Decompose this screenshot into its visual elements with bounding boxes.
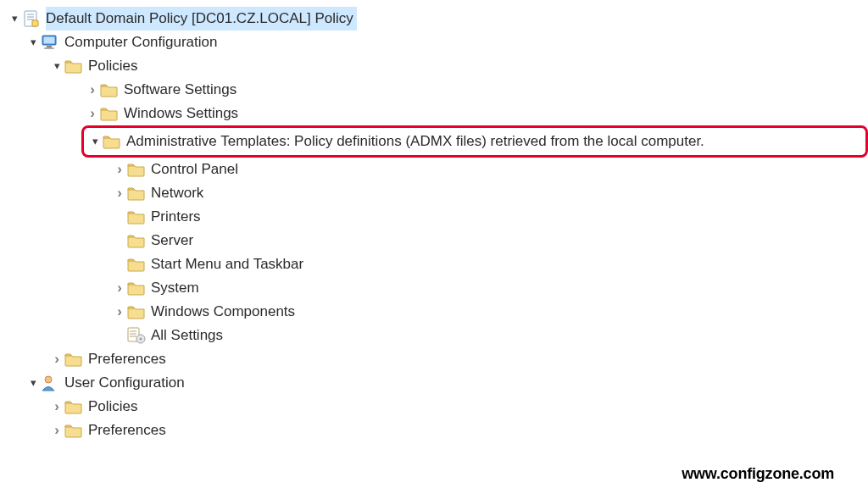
folder-icon <box>127 208 146 226</box>
expand-toggle[interactable] <box>49 347 64 372</box>
tree-label: Preferences <box>88 419 170 442</box>
folder-icon <box>127 184 146 202</box>
expand-toggle[interactable] <box>112 229 127 252</box>
expand-toggle[interactable] <box>49 395 64 419</box>
tree-item-system[interactable]: System <box>7 276 868 300</box>
tree-item-printers[interactable]: Printers <box>7 205 868 229</box>
expand-toggle[interactable] <box>112 181 127 206</box>
expand-toggle[interactable] <box>49 419 64 443</box>
folder-icon <box>64 350 83 369</box>
tree-item-preferences-user[interactable]: Preferences <box>7 419 868 442</box>
tree-label: Server <box>151 229 197 252</box>
svg-point-14 <box>140 338 142 341</box>
tree-label: Computer Configuration <box>64 30 220 54</box>
tree-label: All Settings <box>151 324 226 347</box>
watermark: www.configzone.com <box>682 465 834 483</box>
svg-rect-6 <box>44 37 55 44</box>
user-icon <box>41 374 59 392</box>
tree-item-policies-user[interactable]: Policies <box>7 395 868 419</box>
tree-label: Control Panel <box>151 158 242 181</box>
tree-label: Administrative Templates: Policy definit… <box>126 130 708 153</box>
expand-toggle[interactable] <box>112 205 127 229</box>
tree-item-preferences[interactable]: Preferences <box>7 347 868 371</box>
tree-label: Policies <box>88 395 142 419</box>
svg-rect-8 <box>44 47 54 49</box>
tree-label: Windows Components <box>151 300 298 324</box>
expand-toggle[interactable] <box>25 371 41 395</box>
tree-label: Preferences <box>88 347 170 371</box>
expand-toggle[interactable] <box>112 324 127 347</box>
tree-item-control-panel[interactable]: Control Panel <box>7 158 868 181</box>
expand-toggle[interactable] <box>85 78 100 103</box>
computer-icon <box>41 33 59 52</box>
expand-toggle[interactable] <box>87 130 103 153</box>
tree-label: Windows Settings <box>124 102 242 125</box>
folder-icon <box>64 57 83 75</box>
tree-label: Start Menu and Taskbar <box>151 252 307 276</box>
folder-icon <box>127 279 146 297</box>
folder-icon <box>127 231 146 250</box>
svg-point-15 <box>45 376 52 383</box>
tree-item-policies[interactable]: Policies <box>7 54 868 78</box>
tree-label: Software Settings <box>124 78 240 102</box>
svg-rect-4 <box>32 20 38 26</box>
folder-icon <box>103 132 121 151</box>
tree-item-computer-configuration[interactable]: Computer Configuration <box>7 30 868 54</box>
tree-label: System <box>151 276 203 300</box>
tree-item-windows-components[interactable]: Windows Components <box>7 300 868 324</box>
tree-item-server[interactable]: Server <box>7 229 868 252</box>
tree-label: Policies <box>88 54 142 78</box>
policy-document-icon <box>22 9 41 28</box>
tree-item-user-configuration[interactable]: User Configuration <box>7 371 868 395</box>
tree-label: Network <box>151 181 207 205</box>
expand-toggle[interactable] <box>112 300 127 324</box>
expand-toggle[interactable] <box>112 158 127 182</box>
folder-icon <box>100 104 119 123</box>
folder-icon <box>127 160 146 179</box>
folder-icon <box>64 397 83 416</box>
folder-icon <box>127 302 146 321</box>
expand-toggle[interactable] <box>112 252 127 276</box>
folder-icon <box>64 421 83 440</box>
tree-item-network[interactable]: Network <box>7 181 868 205</box>
tree-label: Printers <box>151 205 204 229</box>
folder-icon <box>100 80 119 99</box>
expand-toggle[interactable] <box>49 54 64 78</box>
expand-toggle[interactable] <box>112 276 127 301</box>
tree-item-all-settings[interactable]: All Settings <box>7 324 868 347</box>
expand-toggle[interactable] <box>7 7 22 30</box>
settings-list-icon <box>127 326 146 345</box>
tree-label: Default Domain Policy [DC01.CZ.LOCAL] Po… <box>46 7 357 30</box>
folder-icon <box>127 255 146 274</box>
tree-item-start-menu[interactable]: Start Menu and Taskbar <box>7 252 868 276</box>
expand-toggle[interactable] <box>85 102 100 126</box>
expand-toggle[interactable] <box>25 30 41 54</box>
tree-item-administrative-templates[interactable]: Administrative Templates: Policy definit… <box>81 125 868 158</box>
tree-label: User Configuration <box>64 371 188 395</box>
tree-item-windows-settings[interactable]: Windows Settings <box>7 102 868 125</box>
tree-item-software-settings[interactable]: Software Settings <box>7 78 868 102</box>
tree-item-root[interactable]: Default Domain Policy [DC01.CZ.LOCAL] Po… <box>7 7 868 30</box>
svg-rect-7 <box>47 46 52 47</box>
